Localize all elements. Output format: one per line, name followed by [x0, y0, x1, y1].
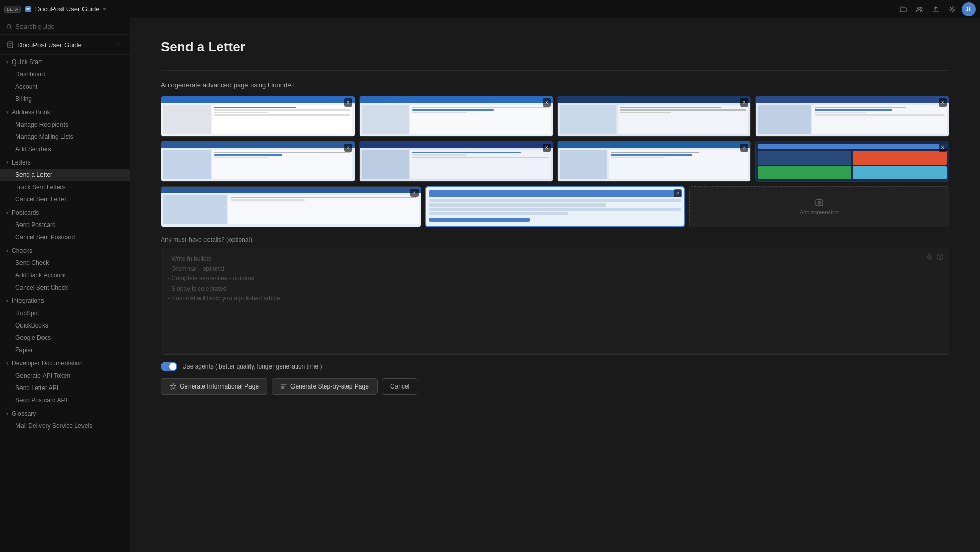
screenshot-delete-btn-4[interactable]: ✕ — [939, 98, 947, 107]
screenshot-thumb-1[interactable]: ✕ — [161, 96, 355, 137]
section-label: Developer Documentation — [12, 360, 83, 367]
section-header-checks[interactable]: ▾ Checks — [0, 244, 130, 257]
screenshot-delete-btn-9[interactable]: ✕ — [410, 189, 419, 197]
screenshot-delete-btn-7[interactable]: ✕ — [740, 144, 748, 152]
sidebar-item-manage-recipients[interactable]: Manage Recipients — [0, 118, 130, 131]
screenshot-thumb-5[interactable]: ✕ — [161, 141, 355, 182]
settings-icon-btn[interactable] — [945, 2, 960, 16]
agents-toggle[interactable] — [161, 362, 177, 371]
screenshot-delete-btn-8[interactable]: ✕ — [939, 144, 947, 152]
sidebar-item-send-a-letter[interactable]: Send a Letter — [0, 169, 130, 181]
add-screenshot-label: Add screenshot — [800, 209, 839, 215]
screenshot-thumb-2[interactable]: ✕ — [359, 96, 553, 137]
details-textarea[interactable] — [168, 254, 943, 346]
section-label: Address Book — [12, 109, 50, 116]
folder-icon-btn[interactable] — [896, 2, 910, 16]
generate-info-button[interactable]: Generate Informational Page — [161, 378, 267, 395]
screenshot-thumb-3[interactable]: ✕ — [557, 96, 752, 137]
sidebar-item-account[interactable]: Account — [0, 80, 130, 93]
microphone-icon[interactable] — [926, 253, 933, 260]
section-header-address-book[interactable]: ▾ Address Book — [0, 106, 130, 118]
section-header-glossary[interactable]: ▾ Glossary — [0, 407, 130, 420]
screenshot-delete-btn-3[interactable]: ✕ — [740, 98, 748, 107]
sidebar-item-cancel-sent-letter[interactable]: Cancel Sent Letter — [0, 193, 130, 206]
section-postcards: ▾ Postcards Send Postcard Cancel Sent Po… — [0, 207, 130, 243]
section-header-developer-docs[interactable]: ▾ Developer Documentation — [0, 357, 130, 370]
screenshot-delete-btn-10[interactable]: ✕ — [674, 189, 682, 197]
sidebar-item-mail-delivery-levels[interactable]: Mail Delivery Service Levels — [0, 420, 130, 432]
search-icon — [6, 24, 12, 30]
svg-point-1 — [918, 7, 920, 9]
topbar-chevron-icon[interactable]: ▾ — [103, 6, 106, 12]
sidebar-item-cancel-sent-postcard[interactable]: Cancel Sent Postcard — [0, 231, 130, 243]
action-buttons: Generate Informational Page Generate Ste… — [161, 378, 949, 395]
sidebar-item-quickbooks[interactable]: QuickBooks — [0, 319, 130, 332]
toggle-row: Use agents ( better quality, longer gene… — [161, 362, 949, 371]
sidebar-item-send-postcard[interactable]: Send Postcard — [0, 219, 130, 231]
sidebar-item-track-sent-letters[interactable]: Track Sent Letters — [0, 181, 130, 193]
sidebar-item-hubspot[interactable]: HubSpot — [0, 307, 130, 319]
section-header-letters[interactable]: ▾ Letters — [0, 156, 130, 169]
svg-point-2 — [920, 7, 922, 9]
chevron-icon: ▾ — [6, 298, 9, 303]
screenshot-thumb-4[interactable]: ✕ — [755, 96, 949, 137]
cancel-button[interactable]: Cancel — [382, 378, 418, 395]
generate-info-label: Generate Informational Page — [180, 383, 259, 390]
section-label: Postcards — [12, 209, 39, 216]
sidebar-item-zapier[interactable]: Zapier — [0, 344, 130, 356]
sidebar-item-send-check[interactable]: Send Check — [0, 257, 130, 269]
topbar: BETA DocuPost User Guide ▾ — [0, 0, 980, 18]
chevron-icon: ▾ — [6, 210, 9, 215]
sidebar-item-add-bank-account[interactable]: Add Bank Account — [0, 269, 130, 281]
folder-icon — [900, 6, 907, 13]
add-screenshot-icon — [815, 198, 824, 207]
main-layout: Search guide DocuPost User Guide ＋ ▾ Qui… — [0, 18, 980, 552]
content-area: Send a Letter Autogenerate advanced page… — [130, 18, 980, 552]
chevron-icon: ▾ — [6, 411, 9, 416]
section-label: Checks — [12, 247, 32, 254]
section-header-quick-start[interactable]: ▾ Quick Start — [0, 56, 130, 68]
avatar[interactable]: JL — [962, 2, 976, 16]
sidebar-item-dashboard[interactable]: Dashboard — [0, 68, 130, 80]
guide-icon — [6, 40, 14, 49]
sidebar-item-send-letter-api[interactable]: Send Letter API — [0, 382, 130, 394]
svg-rect-5 — [8, 42, 13, 48]
screenshot-delete-btn-2[interactable]: ✕ — [543, 98, 551, 107]
section-address-book: ▾ Address Book Manage Recipients Manage … — [0, 106, 130, 155]
beta-badge: BETA — [4, 6, 21, 13]
details-label: Any must-have details? (optional) — [161, 236, 949, 243]
info-icon[interactable] — [936, 253, 944, 260]
section-letters: ▾ Letters Send a Letter Track Sent Lette… — [0, 156, 130, 206]
section-header-postcards[interactable]: ▾ Postcards — [0, 207, 130, 219]
screenshot-thumb-10[interactable]: ✕ — [425, 186, 685, 227]
search-bar[interactable]: Search guide — [0, 18, 130, 35]
guide-title: DocuPost User Guide — [17, 41, 82, 49]
add-screenshot-button[interactable]: Add screenshot — [689, 186, 949, 227]
upload-icon-btn[interactable] — [929, 2, 943, 16]
sidebar-item-send-postcard-api[interactable]: Send Postcard API — [0, 394, 130, 406]
topbar-right: JL — [896, 2, 976, 16]
section-header-integrations[interactable]: ▾ Integrations — [0, 295, 130, 307]
sidebar-item-add-senders[interactable]: Add Senders — [0, 143, 130, 155]
add-guide-button[interactable]: ＋ — [112, 39, 123, 50]
section-integrations: ▾ Integrations HubSpot QuickBooks Google… — [0, 295, 130, 356]
sidebar-item-cancel-sent-check[interactable]: Cancel Sent Check — [0, 281, 130, 294]
chevron-icon: ▾ — [6, 361, 9, 366]
screenshot-delete-btn-1[interactable]: ✕ — [344, 98, 352, 107]
screenshot-delete-btn-6[interactable]: ✕ — [543, 144, 551, 152]
screenshot-delete-btn-5[interactable]: ✕ — [344, 144, 352, 152]
sidebar-item-billing[interactable]: Billing — [0, 93, 130, 105]
screenshot-thumb-7[interactable]: ✕ — [557, 141, 752, 182]
screenshot-thumb-9[interactable]: ✕ — [161, 186, 421, 227]
guide-header: DocuPost User Guide ＋ — [0, 35, 130, 55]
sidebar-item-google-docs[interactable]: Google Docs — [0, 332, 130, 344]
sidebar-item-generate-api-token[interactable]: Generate API Token — [0, 370, 130, 382]
section-label: Integrations — [12, 297, 44, 304]
users-icon-btn[interactable] — [912, 2, 927, 16]
screenshot-thumb-8[interactable]: ✕ — [755, 141, 949, 182]
section-label: Letters — [12, 159, 31, 166]
screenshot-thumb-6[interactable]: ✕ — [359, 141, 553, 182]
generate-info-icon — [170, 383, 177, 390]
generate-steps-button[interactable]: Generate Step-by-step Page — [272, 378, 378, 395]
sidebar-item-manage-mailing-lists[interactable]: Manage Mailing Lists — [0, 131, 130, 143]
